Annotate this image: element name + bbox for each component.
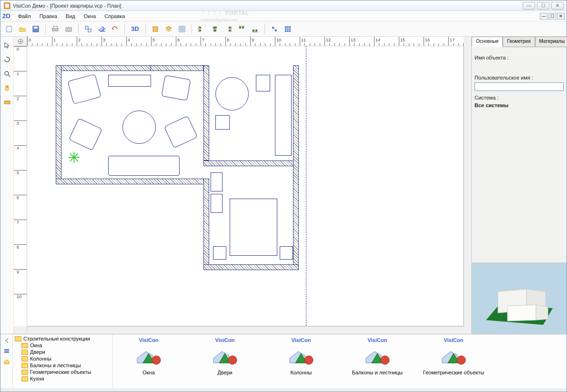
mode3d-button[interactable]: 3D [129, 23, 142, 35]
tree-item[interactable]: Геометрические объекты [14, 369, 111, 375]
align-center-button[interactable] [209, 23, 221, 35]
furniture-nightstand[interactable] [213, 246, 226, 260]
hatch-button[interactable] [282, 23, 294, 35]
open-button[interactable] [17, 23, 28, 35]
wall-inner[interactable] [203, 161, 299, 166]
catalog-back-button[interactable] [3, 337, 10, 344]
wall[interactable] [56, 179, 209, 184]
minimize-button[interactable]: — [523, 2, 535, 10]
new-button[interactable] [3, 23, 15, 35]
menu-edit[interactable]: Правка [36, 12, 61, 20]
tree-item[interactable]: Балконы и лестницы [14, 362, 111, 369]
scrollbar-corner [464, 326, 471, 334]
kitchen-counter[interactable] [275, 75, 292, 156]
furniture-shelf[interactable] [108, 75, 151, 87]
wall[interactable] [56, 65, 151, 71]
svg-point-59 [152, 356, 161, 364]
pan-tool[interactable] [2, 83, 12, 93]
tab-materials[interactable]: Материалы [535, 37, 567, 47]
tree-item[interactable]: Окна [14, 342, 111, 349]
furniture-chair[interactable] [256, 75, 270, 91]
gallery-item-icon [423, 342, 485, 369]
furniture-sofa[interactable] [108, 156, 180, 176]
menu-windows[interactable]: Окна [80, 12, 100, 20]
measure-tool[interactable] [2, 98, 12, 107]
furniture-armchair[interactable] [69, 118, 102, 151]
gallery-item[interactable]: VisiConДвери [194, 337, 256, 375]
wall[interactable] [293, 65, 299, 270]
furniture-stool[interactable] [215, 115, 230, 130]
wall[interactable] [203, 264, 299, 270]
svg-rect-19 [199, 30, 201, 31]
menu-view[interactable]: Вид [62, 12, 79, 20]
catalog-gallery: VisiConОкнаVisiConДвериVisiConКолонныVis… [113, 334, 567, 389]
tree-item[interactable]: Кухня [14, 375, 111, 382]
rotate-tool[interactable] [2, 55, 12, 64]
menu-help[interactable]: Справка [101, 12, 129, 20]
workarea: 01234567891011121314151617 012345678910 [0, 37, 567, 334]
furniture-bed[interactable] [230, 199, 277, 256]
catalog-home-button[interactable] [3, 358, 10, 365]
align-right-button[interactable] [223, 23, 234, 35]
camera-button[interactable] [63, 23, 74, 35]
gallery-item[interactable]: VisiConГеометрические объекты [423, 337, 485, 375]
wall[interactable] [203, 179, 209, 270]
horizontal-scrollbar[interactable] [27, 326, 464, 334]
furniture-nightstand[interactable] [280, 246, 293, 260]
furniture-table-round[interactable] [215, 77, 249, 111]
mdi-minimize[interactable]: — [540, 13, 547, 20]
layer2-button[interactable] [163, 23, 174, 35]
catalog-tree[interactable]: Строительные конструкции Окна Двери Коло… [13, 334, 113, 389]
catalog-list-button[interactable] [3, 348, 10, 354]
mdi-close[interactable]: ✕ [557, 13, 565, 20]
tab-basic[interactable]: Основные [472, 37, 503, 47]
tree-item[interactable]: Колонны [14, 355, 111, 362]
property-tabs: Основные Геометрия Материалы [472, 37, 567, 47]
plant-icon[interactable]: ✳ [68, 149, 81, 167]
furniture-wardrobe[interactable] [211, 194, 223, 213]
gallery-item[interactable]: VisiConБалконы и лестницы [346, 337, 408, 375]
window-controls: — ☐ ✕ [523, 2, 564, 10]
horizontal-ruler[interactable]: 01234567891011121314151617 [27, 37, 464, 46]
layer1-button[interactable] [150, 23, 161, 35]
svg-rect-55 [4, 349, 9, 350]
vertical-guideline[interactable] [306, 46, 306, 326]
close-button[interactable]: ✕ [551, 2, 564, 10]
svg-rect-1 [5, 4, 9, 8]
preview-3d[interactable] [472, 262, 567, 334]
tab-geometry[interactable]: Геометрия [503, 37, 535, 47]
wall[interactable] [56, 65, 61, 184]
menu-file[interactable]: Файл [14, 12, 35, 20]
wall-inner[interactable] [203, 65, 209, 161]
floorplan-canvas[interactable]: ✳ [27, 46, 464, 326]
rotate90-button[interactable]: 90 [96, 23, 107, 35]
furniture-table-round[interactable] [122, 111, 156, 144]
mdi-restore[interactable]: ☐ [548, 13, 556, 20]
gallery-item[interactable]: VisiConОкна [118, 337, 180, 375]
grid-button[interactable] [176, 23, 188, 35]
align-bottom-button[interactable] [249, 23, 261, 35]
vertical-ruler[interactable]: 012345678910 [14, 46, 27, 326]
save-button[interactable] [30, 23, 41, 35]
catalog-panel: Строительные конструкции Окна Двери Коло… [0, 334, 567, 389]
furniture-armchair[interactable] [68, 74, 101, 104]
svg-line-35 [273, 28, 276, 30]
select-tool[interactable] [2, 40, 12, 50]
vertical-scrollbar[interactable] [464, 46, 471, 326]
align-left-button[interactable] [196, 23, 207, 35]
align-top-button[interactable] [236, 23, 247, 35]
tree-root[interactable]: Строительные конструкции [14, 335, 111, 342]
furniture-armchair[interactable] [164, 116, 198, 149]
tree-item[interactable]: Двери [14, 349, 111, 355]
zoom-tool[interactable] [2, 69, 12, 79]
group-button[interactable] [82, 23, 94, 35]
snap-button[interactable] [269, 23, 280, 35]
print-button[interactable] [50, 23, 61, 35]
user-name-input[interactable] [475, 82, 564, 91]
furniture-wardrobe[interactable] [211, 172, 223, 191]
maximize-button[interactable]: ☐ [537, 2, 549, 10]
gallery-item[interactable]: VisiConКолонны [270, 337, 332, 375]
undo-button[interactable] [109, 23, 121, 35]
svg-marker-53 [507, 305, 536, 321]
furniture-armchair[interactable] [162, 75, 191, 101]
